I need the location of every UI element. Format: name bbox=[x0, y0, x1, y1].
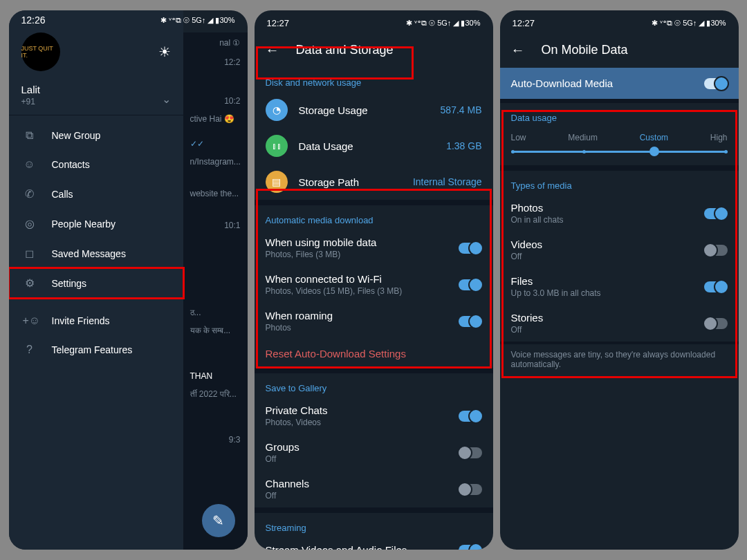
phone-data-storage: 12:27 ✱ ᵛᵒ⧉ ⦾ 5G↑ ◢ ▮30% ← Data and Stor… bbox=[255, 10, 493, 550]
phone-mobile-data: 12:27 ✱ ᵛᵒ⧉ ⦾ 5G↑ ◢ ▮30% ← On Mobile Dat… bbox=[500, 10, 739, 550]
menu-features[interactable]: ?Telegram Features bbox=[9, 335, 183, 364]
phone-drawer: 12:26 ✱ ᵛᵒ⧉ ⦾ 5G↑ ◢ ▮30% nal ① 12:2 10:2… bbox=[9, 10, 248, 550]
row-mobile-data[interactable]: When using mobile dataPhotos, Files (3 M… bbox=[255, 230, 493, 266]
reset-auto-download[interactable]: Reset Auto-Download Settings bbox=[255, 339, 493, 368]
menu-saved[interactable]: ◻Saved Messages bbox=[9, 239, 183, 268]
toggle-files[interactable] bbox=[704, 281, 728, 292]
statusbar: 12:27 ✱ ᵛᵒ⧉ ⦾ 5G↑ ◢ ▮30% bbox=[500, 10, 739, 32]
toggle-stream[interactable] bbox=[459, 545, 482, 550]
data-icon: ⫾⫾ bbox=[266, 135, 288, 157]
nearby-icon: ◎ bbox=[23, 217, 37, 230]
toggle-private[interactable] bbox=[459, 411, 482, 422]
phone-icon: ✆ bbox=[23, 187, 37, 200]
menu-contacts[interactable]: ☺Contacts bbox=[9, 150, 183, 179]
toggle-photos[interactable] bbox=[704, 208, 728, 219]
data-usage-slider[interactable]: Low Medium Custom High bbox=[500, 133, 739, 165]
gear-icon: ⚙ bbox=[23, 277, 37, 290]
row-roaming[interactable]: When roamingPhotos bbox=[255, 303, 493, 339]
toggle-channels[interactable] bbox=[459, 484, 482, 495]
header: ← On Mobile Data bbox=[500, 32, 739, 68]
invite-icon: +☺ bbox=[23, 315, 37, 327]
row-stream[interactable]: Stream Videos and Audio Files bbox=[255, 537, 493, 550]
row-photos[interactable]: PhotosOn in all chats bbox=[500, 195, 739, 232]
toggle-mobile[interactable] bbox=[459, 243, 482, 254]
slider-thumb[interactable] bbox=[649, 147, 659, 156]
status-time: 12:27 bbox=[513, 18, 535, 28]
status-time: 12:26 bbox=[21, 15, 46, 26]
voice-footnote: Voice messages are tiny, so they're alwa… bbox=[500, 344, 739, 375]
back-icon[interactable]: ← bbox=[511, 42, 525, 58]
toggle-stories[interactable] bbox=[704, 318, 728, 329]
drawer-phone: +91 ⌄ bbox=[21, 97, 171, 106]
menu-invite[interactable]: +☺Invite Friends bbox=[9, 306, 183, 335]
toggle-videos[interactable] bbox=[704, 245, 728, 256]
toggle-groups[interactable] bbox=[459, 447, 482, 458]
chat-background: nal ① 12:2 10:2 ctive Hai 😍 ✓✓ n/Instagr… bbox=[183, 32, 248, 550]
navigation-drawer: JUST QUIT IT. ☀ Lalit +91 ⌄ ⧉New Group ☺… bbox=[9, 10, 183, 550]
compose-fab[interactable]: ✎ bbox=[202, 504, 235, 537]
status-time: 12:27 bbox=[267, 18, 290, 28]
row-storage-usage[interactable]: ◔ Storage Usage 587.4 MB bbox=[255, 92, 493, 128]
row-stories[interactable]: StoriesOff bbox=[500, 305, 739, 342]
row-wifi[interactable]: When connected to Wi-FiPhotos, Videos (1… bbox=[255, 266, 493, 303]
row-storage-path[interactable]: ▤ Storage Path Internal Storage bbox=[255, 164, 493, 200]
menu-settings[interactable]: ⚙Settings bbox=[9, 268, 183, 298]
chevron-down-icon[interactable]: ⌄ bbox=[162, 93, 171, 106]
row-data-usage[interactable]: ⫾⫾ Data Usage 1.38 GB bbox=[255, 128, 493, 164]
page-title: Data and Storage bbox=[296, 43, 394, 57]
row-private-chats[interactable]: Private ChatsPhotos, Videos bbox=[255, 398, 493, 434]
toggle-wifi[interactable] bbox=[459, 279, 482, 290]
section-streaming: Streaming bbox=[255, 513, 493, 537]
section-auto-download: Automatic media download bbox=[255, 205, 493, 230]
row-groups[interactable]: GroupsOff bbox=[255, 434, 493, 471]
back-icon[interactable]: ← bbox=[266, 42, 279, 58]
row-channels[interactable]: ChannelsOff bbox=[255, 471, 493, 507]
status-icons: ✱ ᵛᵒ⧉ ⦾ 5G↑ ◢ ▮30% bbox=[406, 19, 480, 28]
section-save-gallery: Save to Gallery bbox=[255, 373, 493, 398]
header: ← Data and Storage bbox=[255, 32, 493, 68]
bookmark-icon: ◻ bbox=[23, 247, 37, 260]
page-title: On Mobile Data bbox=[542, 43, 628, 57]
statusbar: 12:26 ✱ ᵛᵒ⧉ ⦾ 5G↑ ◢ ▮30% bbox=[21, 15, 235, 26]
toggle-roaming[interactable] bbox=[459, 316, 482, 327]
sd-icon: ▤ bbox=[266, 171, 288, 193]
row-auto-download-media[interactable]: Auto-Download Media bbox=[500, 68, 739, 99]
contact-icon: ☺ bbox=[23, 158, 37, 171]
statusbar: 12:27 ✱ ᵛᵒ⧉ ⦾ 5G↑ ◢ ▮30% bbox=[255, 10, 493, 32]
group-icon: ⧉ bbox=[23, 129, 37, 142]
row-files[interactable]: FilesUp to 3.0 MB in all chats bbox=[500, 268, 739, 305]
drawer-username: Lalit bbox=[21, 84, 171, 95]
menu-new-group[interactable]: ⧉New Group bbox=[9, 121, 183, 150]
help-icon: ? bbox=[23, 344, 37, 356]
storage-icon: ◔ bbox=[266, 99, 288, 121]
menu-people-nearby[interactable]: ◎People Nearby bbox=[9, 209, 183, 239]
section-data-usage: Data usage bbox=[500, 103, 739, 127]
status-icons: ✱ ᵛᵒ⧉ ⦾ 5G↑ ◢ ▮30% bbox=[160, 15, 234, 26]
toggle-auto-download[interactable] bbox=[704, 78, 728, 89]
section-types-media: Types of media bbox=[500, 171, 739, 195]
theme-toggle-icon[interactable]: ☀ bbox=[158, 44, 171, 60]
status-icons: ✱ ᵛᵒ⧉ ⦾ 5G↑ ◢ ▮30% bbox=[652, 19, 726, 28]
row-videos[interactable]: VideosOff bbox=[500, 232, 739, 268]
menu-calls[interactable]: ✆Calls bbox=[9, 179, 183, 209]
avatar[interactable]: JUST QUIT IT. bbox=[21, 32, 60, 71]
section-disk: Disk and network usage bbox=[255, 68, 493, 92]
